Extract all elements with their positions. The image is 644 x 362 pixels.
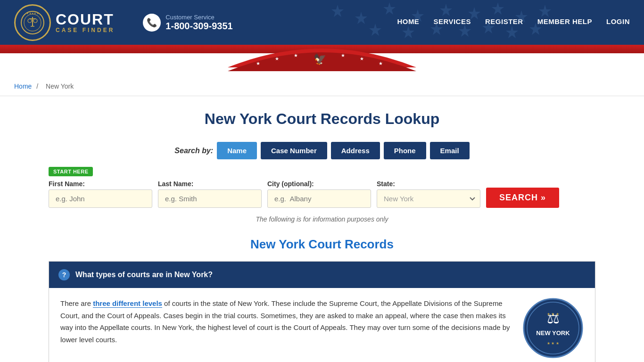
svg-text:★: ★: [341, 53, 345, 58]
customer-service: 📞 Customer Service 1-800-309-9351: [143, 14, 232, 32]
logo-emblem: ★ ★ ★ ★ ★: [14, 4, 51, 41]
first-name-label: First Name:: [49, 180, 152, 188]
faq-header[interactable]: ? What types of courts are in New York?: [49, 262, 595, 288]
nav-services[interactable]: SERVICES: [433, 17, 471, 27]
city-label: City (optional):: [267, 180, 371, 188]
phone-icon: 📞: [143, 14, 161, 32]
breadcrumb-home[interactable]: Home: [14, 82, 32, 90]
svg-text:🦅: 🦅: [314, 53, 327, 66]
faq-item: ? What types of courts are in New York? …: [49, 261, 595, 362]
tab-case-number[interactable]: Case Number: [261, 142, 327, 159]
svg-marker-0: [331, 5, 344, 17]
faq-body: There are three different levels of cour…: [49, 288, 595, 362]
svg-point-21: [28, 19, 32, 23]
svg-point-31: [524, 299, 582, 357]
svg-marker-2: [383, 2, 396, 15]
svg-marker-14: [506, 26, 518, 38]
svg-marker-9: [369, 24, 381, 36]
breadcrumb-separator: /: [36, 82, 38, 90]
svg-text:★ ★ ★ ★ ★: ★ ★ ★ ★ ★: [26, 12, 39, 15]
nav-register[interactable]: REGISTER: [485, 17, 523, 27]
faq-question: What types of courts are in New York?: [75, 271, 213, 279]
nav-member-help[interactable]: MEMBER HELP: [537, 17, 592, 27]
phone-number: 1-800-309-9351: [165, 21, 232, 32]
customer-service-label: Customer Service: [165, 14, 232, 21]
svg-text:★ ★ ★: ★ ★ ★: [547, 341, 559, 346]
city-group: City (optional):: [267, 180, 371, 208]
svg-text:★: ★: [379, 61, 383, 66]
breadcrumb-current: New York: [46, 82, 74, 90]
svg-point-22: [33, 19, 37, 23]
svg-text:★: ★: [256, 61, 260, 66]
faq-link[interactable]: three different levels: [93, 299, 162, 308]
tab-address[interactable]: Address: [331, 142, 380, 159]
page-title: New York Court Records Lookup: [49, 110, 595, 128]
info-note: The following is for information purpose…: [49, 215, 595, 223]
svg-text:★: ★: [360, 56, 364, 61]
svg-text:★ ★ ★: ★ ★ ★: [547, 312, 559, 316]
svg-text:NEW YORK: NEW YORK: [536, 329, 570, 337]
faq-icon: ?: [58, 269, 70, 280]
svg-marker-6: [492, 2, 504, 15]
search-button[interactable]: SEARCH »: [486, 188, 559, 208]
svg-rect-23: [31, 26, 34, 27]
nav-login[interactable]: LOGIN: [606, 17, 630, 27]
last-name-group: Last Name:: [158, 180, 262, 208]
ny-seal: ⚖ NEW YORK ★ ★ ★ ★ ★ ★: [522, 297, 584, 359]
site-header: ★ ★ ★ ★ ★ COURT CASE FINDER 📞 Customer S…: [0, 0, 644, 45]
nav-home[interactable]: HOME: [397, 17, 419, 27]
logo[interactable]: ★ ★ ★ ★ ★ COURT CASE FINDER: [14, 4, 115, 41]
svg-marker-4: [440, 4, 452, 16]
state-label: State:: [377, 180, 480, 188]
main-nav: HOME SERVICES REGISTER MEMBER HELP LOGIN: [397, 17, 630, 27]
logo-text: COURT CASE FINDER: [56, 12, 115, 33]
last-name-label: Last Name:: [158, 180, 262, 188]
main-content: New York Court Records Lookup Search by:…: [39, 96, 605, 362]
search-by-row: Search by: Name Case Number Address Phon…: [49, 142, 595, 159]
svg-text:★: ★: [275, 56, 279, 61]
eagle-decoration: ★ ★ ★ ★ ★ ★ 🦅: [0, 53, 644, 77]
tab-email[interactable]: Email: [430, 142, 470, 159]
svg-marker-8: [539, 5, 551, 17]
state-group: State: New York: [377, 180, 480, 208]
start-here-badge: START HERE: [49, 167, 93, 176]
first-name-group: First Name:: [49, 180, 152, 208]
city-input[interactable]: [267, 189, 371, 208]
search-by-label: Search by:: [174, 147, 213, 155]
tab-name[interactable]: Name: [217, 142, 257, 159]
last-name-input[interactable]: [158, 189, 262, 208]
state-select[interactable]: New York: [377, 189, 480, 208]
faq-text: There are three different levels of cour…: [60, 297, 513, 359]
section-title: New York Court Records: [49, 237, 595, 252]
tab-phone[interactable]: Phone: [384, 142, 426, 159]
svg-marker-10: [402, 26, 414, 38]
svg-text:★: ★: [294, 53, 298, 58]
first-name-input[interactable]: [49, 189, 152, 208]
breadcrumb: Home / New York: [0, 77, 644, 96]
svg-marker-1: [355, 12, 367, 24]
search-form: First Name: Last Name: City (optional): …: [49, 180, 595, 208]
